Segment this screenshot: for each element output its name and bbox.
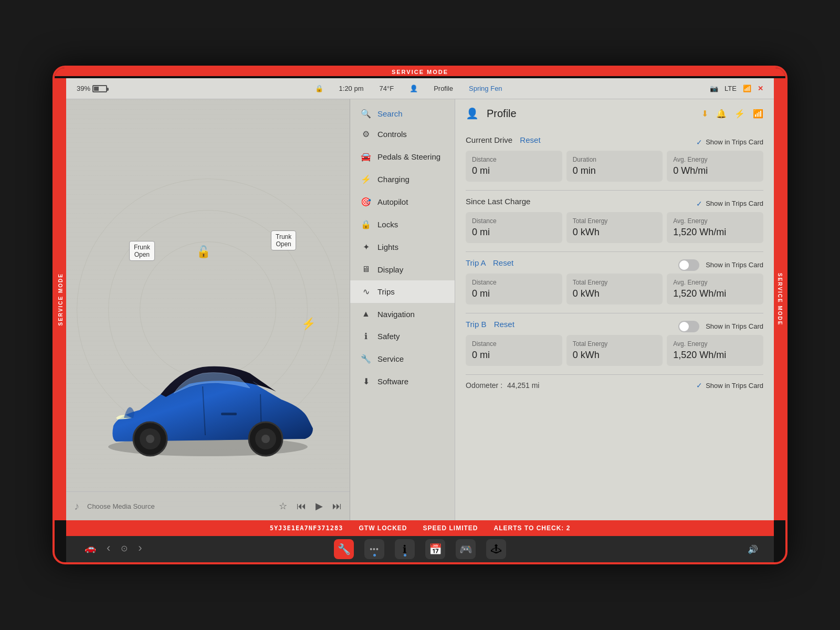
menu-item-locks[interactable]: 🔒 Locks (350, 213, 455, 236)
menu-item-safety[interactable]: ℹ Safety (350, 325, 455, 348)
taskbar-games-item[interactable]: 🎮 (456, 539, 476, 559)
odometer-value: 44,251 mi (507, 381, 539, 390)
back-nav-btn[interactable]: ‹ (107, 541, 110, 555)
status-bar: 39% 🔒 1:20 pm 74°F 👤 Profile Spring Fen … (66, 78, 774, 99)
menu-item-software[interactable]: ⬇ Software (350, 370, 455, 393)
taskbar-calendar-icon[interactable]: 📅 (425, 539, 445, 559)
safety-label: Safety (377, 332, 400, 341)
since-last-charge-section: Since Last Charge ✓ Show in Trips Card D… (466, 197, 763, 243)
menu-item-navigation[interactable]: ▲ Navigation (350, 303, 455, 325)
menu-item-autopilot[interactable]: 🎯 Autopilot (350, 191, 455, 213)
home-nav-btn[interactable]: ⊙ (121, 543, 128, 553)
safety-icon: ℹ (361, 331, 371, 341)
since-charge-total-energy-cell: Total Energy 0 kWh (566, 212, 663, 243)
trip-b-total-energy-cell: Total Energy 0 kWh (566, 335, 663, 366)
since-charge-checkmark: ✓ (696, 200, 702, 208)
menu-item-display[interactable]: 🖥 Display (350, 258, 455, 280)
gtw-locked-label: GTW LOCKED (359, 524, 407, 532)
trip-b-distance-cell: Distance 0 mi (466, 335, 562, 366)
lights-label: Lights (377, 243, 398, 251)
main-content: 39% 🔒 1:20 pm 74°F 👤 Profile Spring Fen … (66, 78, 774, 520)
taskbar-dots-item[interactable]: ••• (364, 539, 384, 559)
taskbar-calendar-item[interactable]: 📅 (425, 539, 445, 559)
trip-a-total-energy-cell: Total Energy 0 kWh (566, 274, 663, 304)
close-x-icon[interactable]: ✕ (758, 85, 763, 92)
autopilot-label: Autopilot (377, 197, 408, 206)
car-nav-icon[interactable]: 🚗 (85, 542, 96, 554)
search-icon: 🔍 (361, 109, 371, 119)
current-drive-stats: Distance 0 mi Duration 0 min Avg. Energy… (466, 151, 763, 182)
menu-item-lights[interactable]: ✦ Lights (350, 236, 455, 258)
lte-signal-status: LTE (724, 85, 737, 92)
trunk-label: Trunk Open (271, 230, 296, 250)
trips-panel: 👤 Profile ⬇ 🔔 ⚡ 📶 Current Drive Reset (455, 99, 774, 520)
content-area: Frunk Open Trunk Open 🔓 ⚡ (66, 99, 774, 520)
current-drive-reset-btn[interactable]: Reset (520, 135, 540, 144)
taskbar-joystick-icon[interactable]: 🕹 (486, 539, 506, 559)
menu-item-pedals[interactable]: 🚘 Pedals & Steering (350, 145, 455, 168)
pedals-icon: 🚘 (361, 152, 371, 162)
svg-point-8 (261, 435, 270, 443)
battery-percentage: 39% (77, 85, 90, 92)
navigation-label: Navigation (377, 310, 415, 319)
prev-track-icon[interactable]: ⏮ (297, 501, 306, 512)
music-note-icon: ♪ (74, 500, 79, 512)
menu-panel: 🔍 Search ⚙ Controls 🚘 Pedals & Steering … (350, 99, 455, 520)
menu-item-trips[interactable]: ∿ Trips (350, 280, 455, 303)
service-label: Service (377, 354, 404, 363)
forward-nav-btn[interactable]: › (138, 541, 142, 555)
locks-label: Locks (377, 220, 398, 229)
current-drive-distance-cell: Distance 0 mi (466, 151, 562, 182)
taskbar-joystick-item[interactable]: 🕹 (486, 539, 506, 559)
lightning-bolt-icon: ⚡ (301, 317, 316, 331)
menu-item-controls[interactable]: ⚙ Controls (350, 123, 455, 145)
favorite-icon[interactable]: ☆ (279, 500, 287, 512)
display-icon: 🖥 (361, 265, 371, 274)
notification-icon[interactable]: 🔔 (716, 109, 727, 119)
divider-3 (466, 313, 763, 313)
taskbar-games-icon[interactable]: 🎮 (456, 539, 476, 559)
media-source-label[interactable]: Choose Media Source (87, 502, 271, 510)
download-icon[interactable]: ⬇ (701, 109, 708, 119)
frunk-label: Frunk Open (129, 241, 155, 261)
since-charge-show-trips-label[interactable]: Show in Trips Card (706, 200, 763, 207)
trip-a-toggle[interactable] (678, 259, 699, 271)
car-panel: Frunk Open Trunk Open 🔓 ⚡ (66, 99, 350, 520)
trip-a-stats: Distance 0 mi Total Energy 0 kWh Avg. En… (466, 274, 763, 304)
bottom-bar: 5YJ3E1EA7NF371283 GTW LOCKED SPEED LIMIT… (66, 520, 774, 562)
current-drive-title: Current Drive Reset (466, 135, 541, 144)
trip-a-show-trips-row: Trip A Reset Show in Trips Card (466, 258, 763, 271)
status-center: 🔒 1:20 pm 74°F 👤 Profile Spring Fen (118, 85, 699, 92)
play-icon[interactable]: ▶ (316, 500, 323, 512)
search-item[interactable]: 🔍 Search (350, 104, 455, 123)
search-label[interactable]: Search (377, 109, 403, 118)
profile-title: Profile (487, 108, 694, 120)
service-mode-right-bar: SERVICE MODE (774, 78, 785, 520)
taskbar-wrench-item[interactable]: 🔧 (334, 539, 354, 559)
trip-a-show-trips-label[interactable]: Show in Trips Card (706, 261, 763, 269)
lock-open-icon: 🔓 (196, 245, 211, 259)
autopilot-icon: 🎯 (361, 197, 371, 207)
service-icon: 🔧 (361, 354, 371, 364)
trip-a-reset-btn[interactable]: Reset (493, 258, 513, 267)
lte-signal-icon[interactable]: 📶 (753, 109, 763, 119)
next-track-icon[interactable]: ⏭ (332, 501, 342, 512)
svg-point-5 (146, 435, 154, 443)
trip-b-show-trips-label[interactable]: Show in Trips Card (706, 322, 763, 330)
since-charge-title: Since Last Charge (466, 197, 530, 206)
menu-item-charging[interactable]: ⚡ Charging (350, 168, 455, 191)
current-drive-show-trips-label[interactable]: Show in Trips Card (706, 138, 763, 146)
charging-label: Charging (377, 175, 410, 184)
speaker-icon[interactable]: 🔊 (748, 544, 758, 554)
profile-header: 👤 Profile ⬇ 🔔 ⚡ 📶 (466, 107, 763, 125)
taskbar-wrench-icon[interactable]: 🔧 (334, 539, 354, 559)
odometer-show-trips-label[interactable]: Show in Trips Card (706, 382, 763, 390)
trip-b-toggle[interactable] (678, 321, 699, 332)
pedals-label: Pedals & Steering (377, 152, 440, 161)
since-charge-stats: Distance 0 mi Total Energy 0 kWh Avg. En… (466, 212, 763, 243)
display-label: Display (377, 265, 403, 274)
trip-b-reset-btn[interactable]: Reset (494, 320, 514, 329)
bluetooth-icon[interactable]: ⚡ (734, 109, 745, 119)
taskbar-info-item[interactable]: ℹ (395, 539, 415, 559)
menu-item-service[interactable]: 🔧 Service (350, 348, 455, 370)
